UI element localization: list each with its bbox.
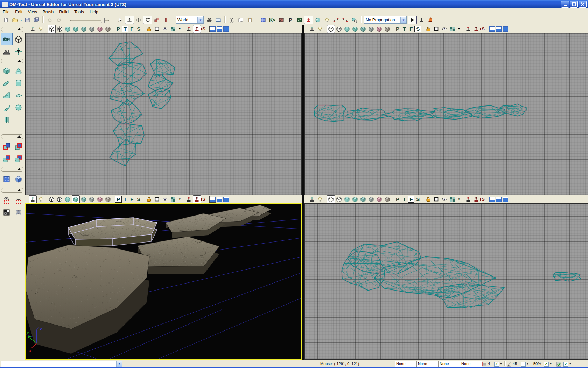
texture-align-mode-button[interactable] [13,45,24,57]
render-mode-brush-wireframe-button[interactable] [56,195,64,203]
staircase-brush-button[interactable] [1,89,13,101]
sidebar-group-header[interactable] [1,167,23,172]
viewtype-F-button[interactable]: F [128,196,135,203]
render-mode-lit-button[interactable] [72,195,80,203]
render-mode-detail-lighting-button[interactable] [80,195,88,203]
status-field-3[interactable]: None [438,361,461,367]
volume-actors-button[interactable] [193,25,201,33]
viewtype-P-button[interactable]: P [115,196,122,203]
new-level-button[interactable] [1,16,10,24]
curve-editor-button[interactable] [331,16,341,24]
sidebar-group-header[interactable] [1,59,23,63]
realtime-dropdown[interactable]: ▼ [568,362,572,366]
geometry-mode-button[interactable] [13,33,24,45]
far-clip-slider[interactable] [69,16,110,24]
keyboard-shortcuts-button[interactable] [214,16,223,24]
move-tool-button[interactable] [134,16,143,24]
csg-add-button[interactable] [1,140,13,152]
status-field-4[interactable]: None [460,361,482,367]
brush-clip-button[interactable] [13,173,24,185]
maximize-viewport-button[interactable] [432,25,440,33]
autosave-dropdown[interactable]: ▼ [549,362,553,366]
viewtype-F-button[interactable]: F [408,196,414,203]
maneuver-mode-button[interactable] [308,25,316,33]
render-mode-lit-button[interactable] [351,25,359,33]
render-mode-unlit-button[interactable] [343,25,351,33]
sphere-primitive-button[interactable] [313,16,322,24]
lock-viewport-button[interactable] [145,25,153,33]
subscene-toggle-button[interactable]: S [201,197,205,202]
hot-reload-button[interactable] [426,16,435,24]
camera-speed-2-button[interactable] [496,26,502,32]
slider-thumb[interactable] [101,18,105,23]
status-field-1[interactable]: None [395,361,417,367]
menu-edit[interactable]: Edit [12,9,25,15]
cube-brush-button[interactable] [1,64,13,77]
menu-help[interactable]: Help [87,9,101,15]
camera-speed-1-button[interactable] [210,197,216,202]
render-mode-detail-lighting-button[interactable] [359,25,367,33]
kismet-button[interactable]: K [268,16,277,24]
maximize-viewport-button[interactable] [153,25,161,33]
camera-speed-3-button[interactable] [503,26,508,32]
chevron-down-icon[interactable]: ▼ [197,17,203,23]
show-pawns-button[interactable] [185,195,193,203]
show-pawns-button[interactable] [464,195,472,203]
cone-brush-button[interactable] [13,64,24,77]
maneuver-mode-button[interactable] [308,195,316,203]
camera-speed-1-button[interactable] [489,197,495,202]
viewtype-T-button[interactable]: T [401,196,408,203]
render-mode-brush-wireframe-button[interactable] [335,25,343,33]
maximize-viewport-button[interactable] [432,195,440,203]
render-mode-shader-complexity-button[interactable] [96,25,104,33]
front-viewport-canvas[interactable] [304,203,588,360]
lock-viewport-button[interactable] [424,195,432,203]
status-field-2[interactable]: None [416,361,439,367]
paste-button[interactable] [245,16,254,24]
render-mode-unlit-button[interactable] [64,195,72,203]
close-button[interactable] [579,1,587,8]
viewtype-P-button[interactable]: P [394,26,401,32]
camera-mode-button[interactable] [1,33,13,45]
drag-grid-dropdown[interactable]: ▼ [499,362,503,366]
chevron-down-icon[interactable]: ▼ [456,27,461,30]
viewtype-S-button[interactable]: S [135,196,142,203]
translate-tool-button[interactable] [125,16,134,24]
menu-view[interactable]: View [25,9,40,15]
sidebar-group-header[interactable] [1,134,23,139]
viewtype-T-button[interactable]: T [401,26,408,32]
render-mode-unlit-button[interactable] [343,195,351,203]
open-level-button[interactable] [10,16,20,24]
find-actor-button[interactable] [350,16,359,24]
render-mode-shader-complexity-button[interactable] [375,195,383,203]
render-mode-texture-density-button[interactable] [383,25,391,33]
curve-editor-alt-button[interactable] [341,16,350,24]
chevron-down-icon[interactable]: ▼ [400,17,406,23]
viewtype-T-button[interactable]: T [122,26,128,32]
possess-pawn-button[interactable] [417,16,426,24]
copy-button[interactable] [236,16,245,24]
render-mode-unlit-button[interactable] [64,25,72,33]
render-mode-texture-density-button[interactable] [383,195,391,203]
render-mode-shader-complexity-button[interactable] [375,25,383,33]
scale-tool-button[interactable] [152,16,161,24]
save-all-button[interactable] [32,16,41,24]
show-selected-only-button[interactable] [1,194,13,206]
undo-button[interactable] [45,16,54,24]
minimize-button[interactable] [561,1,569,8]
render-mode-detail-lighting-button[interactable] [359,195,367,203]
csg-intersect-button[interactable] [1,152,13,165]
viewport-layout-button[interactable] [448,25,456,33]
play-in-editor-button[interactable] [408,16,417,24]
realtime-checkbox[interactable]: ✓ [564,362,568,367]
viewtype-P-button[interactable]: P [115,26,122,32]
terrain-mode-button[interactable] [1,45,13,57]
render-mode-texture-density-button[interactable] [104,195,112,203]
generic-browser-button[interactable] [259,16,268,24]
subscene-toggle-button[interactable]: S [480,26,485,32]
drag-grid-checkbox[interactable]: ✓ [494,362,499,367]
lighting-toggle-button[interactable] [37,25,45,33]
eye-icon[interactable] [161,25,169,33]
render-mode-lighting-only-button[interactable] [88,195,96,203]
lock-viewport-button[interactable] [145,195,153,203]
